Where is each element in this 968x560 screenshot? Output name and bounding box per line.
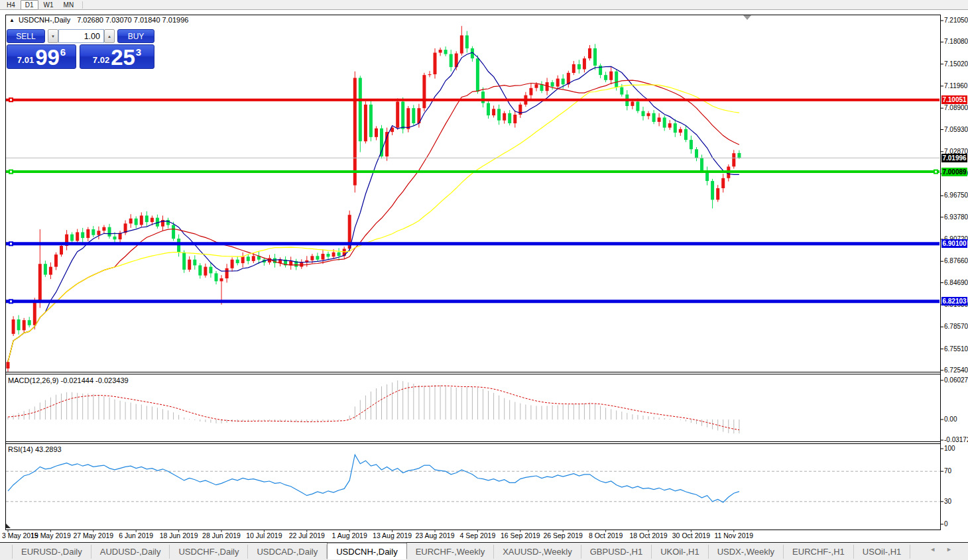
price-badge: 7.10051 bbox=[941, 95, 967, 104]
chart-tab[interactable]: UKOil-,H1 bbox=[652, 545, 709, 559]
price-tick-label: 6.87660 bbox=[944, 257, 968, 264]
price-tick-label: 7.15020 bbox=[944, 60, 968, 68]
price-tick-label: 7.05930 bbox=[944, 126, 968, 133]
rsi-tick-label: 100 bbox=[944, 445, 955, 452]
date-tick-label: 16 Sep 2019 bbox=[501, 532, 540, 539]
date-tick-label: 15 May 2019 bbox=[30, 532, 71, 539]
rsi-indicator-label: RSI(14) 43.2893 bbox=[8, 445, 62, 453]
chart-tab[interactable]: USDCHF-,Daily bbox=[170, 545, 248, 559]
price-tick-label: 6.72540 bbox=[944, 366, 968, 374]
chart-tab[interactable]: EURCHF-,Weekly bbox=[407, 545, 495, 559]
chart-tab[interactable]: EURUSD-,Daily bbox=[12, 545, 91, 559]
macd-indicator-label: MACD(12,26,9) -0.021444 -0.023439 bbox=[8, 376, 129, 384]
collapse-panel-icon[interactable]: ▲ bbox=[9, 17, 15, 23]
buy-button[interactable]: BUY bbox=[117, 29, 154, 43]
buy-price-point: 3 bbox=[136, 46, 141, 58]
price-tick-label: 7.08900 bbox=[944, 104, 968, 111]
price-tick-label: 6.93780 bbox=[944, 213, 968, 221]
price-tick-label: 7.21050 bbox=[944, 17, 968, 24]
symbol-timeframe-label: USDCNH-,Daily bbox=[19, 16, 70, 24]
price-tick-label: 7.11960 bbox=[944, 82, 967, 89]
chart-tab[interactable]: GBPUSD-,H1 bbox=[581, 545, 652, 559]
date-tick-label: 30 Oct 2019 bbox=[672, 532, 710, 539]
date-tick-label: 11 Nov 2019 bbox=[714, 532, 753, 539]
price-tick-label: 6.78570 bbox=[944, 323, 968, 330]
mt4-window: H4D1W1MN ▲ USDCNH-,Daily 7.02680 7.03070… bbox=[0, 0, 968, 560]
pane-separator[interactable] bbox=[5, 372, 941, 372]
chart-tabs-bar: EURUSD-,DailyAUDUSD-,DailyUSDCHF-,DailyU… bbox=[0, 543, 968, 560]
sell-button[interactable]: SELL bbox=[7, 29, 45, 43]
chart-tab[interactable]: XAUUSD-,Weekly bbox=[494, 545, 581, 559]
pane-separator bbox=[5, 443, 941, 444]
sell-price-pips: 99 bbox=[35, 48, 60, 68]
price-tick-label: 6.75510 bbox=[944, 345, 968, 353]
chart-frame bbox=[5, 15, 941, 530]
chart-tab[interactable]: USDCNH-,Daily bbox=[327, 543, 406, 559]
price-badge: 6.90100 bbox=[941, 239, 967, 248]
price-tick-label: 6.96750 bbox=[944, 192, 968, 199]
date-tick-label: 28 Jun 2019 bbox=[202, 532, 241, 539]
date-tick-label: 18 Jun 2019 bbox=[160, 532, 198, 539]
sell-price-point: 6 bbox=[60, 46, 66, 58]
macd-tick-label: 0.060273 bbox=[944, 376, 968, 384]
date-tick-label: 26 Sep 2019 bbox=[543, 532, 583, 539]
date-tick-label: 23 Aug 2019 bbox=[416, 532, 455, 539]
tab-scroll-arrows: ◄ ► bbox=[930, 546, 952, 553]
chart-tab[interactable]: EURCHF-,H1 bbox=[784, 545, 854, 559]
tab-scroll-left-icon[interactable]: ◄ bbox=[930, 546, 936, 553]
sell-price-panel[interactable]: 7.01 99 6 bbox=[7, 44, 76, 69]
chart-tab[interactable]: USDCAD-,Daily bbox=[248, 545, 327, 559]
rsi-tick-label: 0 bbox=[944, 520, 948, 528]
price-tick-label: 7.18080 bbox=[944, 38, 968, 45]
sell-price-prefix: 7.01 bbox=[17, 55, 34, 65]
rsi-tick-label: 70 bbox=[944, 467, 951, 475]
date-tick-label: 27 May 2019 bbox=[73, 532, 113, 539]
date-tick-label: 4 Sep 2019 bbox=[460, 532, 496, 539]
volume-input[interactable]: 1.00 bbox=[58, 29, 104, 43]
volume-decrease-button[interactable]: ▼ bbox=[48, 29, 58, 43]
buy-price-panel[interactable]: 7.02 25 3 bbox=[80, 44, 154, 69]
macd-tick-label: 0.00 bbox=[944, 416, 957, 423]
buy-price-pips: 25 bbox=[111, 48, 135, 68]
chart-tab[interactable]: AUDUSD-,Daily bbox=[91, 545, 170, 559]
volume-increase-button[interactable]: ▲ bbox=[104, 29, 115, 43]
buy-price-prefix: 7.02 bbox=[93, 55, 109, 65]
chart-title: ▲ USDCNH-,Daily 7.02680 7.03070 7.01840 … bbox=[9, 16, 188, 24]
price-badge: 6.82103 bbox=[941, 297, 967, 306]
date-tick-label: 10 Jul 2019 bbox=[246, 532, 282, 539]
date-tick-label: 1 Aug 2019 bbox=[332, 532, 367, 539]
price-badge: 7.01996 bbox=[941, 154, 967, 162]
tab-scroll-right-icon[interactable]: ► bbox=[946, 546, 952, 553]
one-click-trading-panel: SELL ▼ 1.00 ▲ BUY 7.01 99 6 7.02 25 3 bbox=[7, 29, 154, 69]
macd-tick-label: -0.031723 bbox=[944, 436, 968, 443]
ohlc-values: 7.02680 7.03070 7.01840 7.01996 bbox=[77, 16, 188, 24]
price-badge: 7.00089 bbox=[941, 168, 967, 176]
pane-separator bbox=[5, 374, 941, 374]
pane-separator[interactable] bbox=[5, 441, 941, 442]
date-tick-label: 22 Jul 2019 bbox=[289, 532, 325, 539]
date-tick-label: 6 Jun 2019 bbox=[119, 532, 153, 539]
date-tick-label: 13 Aug 2019 bbox=[373, 532, 412, 539]
price-tick-label: 6.84690 bbox=[944, 279, 968, 286]
chart-tab[interactable]: USDX-,Weekly bbox=[709, 545, 784, 559]
chart-tab[interactable]: USOil-,H1 bbox=[854, 545, 911, 559]
date-tick-label: 18 Oct 2019 bbox=[629, 532, 667, 539]
date-tick-label: 8 Oct 2019 bbox=[589, 532, 623, 539]
rsi-tick-label: 30 bbox=[944, 498, 951, 505]
